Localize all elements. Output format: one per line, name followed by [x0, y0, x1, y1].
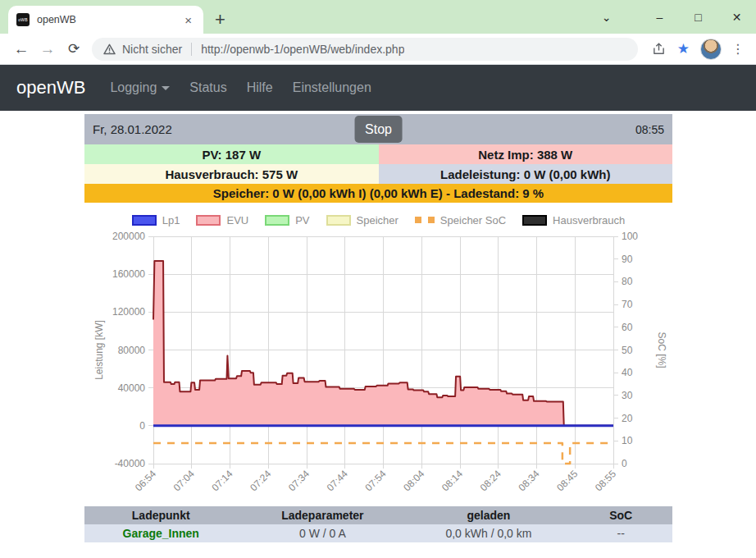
svg-text:08:45: 08:45: [554, 468, 580, 493]
svg-text:90: 90: [622, 254, 633, 265]
stop-button[interactable]: Stop: [354, 116, 403, 143]
svg-text:10: 10: [622, 435, 633, 446]
tab-search-chevron-icon[interactable]: ⌄: [587, 11, 626, 24]
svg-text:07:24: 07:24: [248, 468, 273, 493]
svg-text:07:34: 07:34: [286, 468, 312, 493]
nav-link-logging[interactable]: Logging: [103, 74, 176, 102]
status-cell: PV: 187 W: [84, 144, 379, 164]
legend-swatch: [196, 215, 221, 226]
table-cell: 0,0 kWh / 0,0 km: [408, 527, 569, 540]
legend-item-lp1[interactable]: Lp1: [132, 214, 180, 226]
legend-swatch: [522, 215, 547, 226]
svg-text:07:14: 07:14: [209, 468, 235, 493]
power-chart: 20000016000012000080000400000-4000010090…: [84, 231, 672, 501]
current-time: 08:55: [635, 123, 664, 136]
status-cell: Hausverbrauch: 575 W: [84, 164, 379, 184]
legend-item-pv[interactable]: PV: [265, 214, 309, 226]
svg-text:80: 80: [622, 276, 633, 287]
openwb-favicon: oWB: [16, 13, 30, 26]
forward-icon[interactable]: →: [34, 41, 61, 57]
nav-link-status[interactable]: Status: [183, 74, 233, 102]
table-cell: --: [570, 527, 672, 540]
tab-close-icon[interactable]: ×: [181, 12, 195, 28]
svg-text:07:04: 07:04: [171, 468, 197, 493]
not-secure-warning-icon[interactable]: [103, 43, 116, 55]
legend-label: Speicher SoC: [440, 214, 506, 226]
app-navbar: openWB LoggingStatusHilfeEinstellungen: [0, 65, 756, 111]
status-cell: Speicher: 0 W (0,00 kWh I) (0,00 kWh E) …: [84, 184, 672, 203]
nav-links: LoggingStatusHilfeEinstellungen: [100, 74, 380, 102]
svg-text:08:34: 08:34: [516, 468, 541, 493]
table-header-ladeparameter: Ladeparameter: [237, 509, 408, 522]
window-controls: ⌄ – □ ✕: [587, 0, 756, 34]
tab-title: openWB: [37, 14, 181, 25]
chargepoint-table: LadepunktLadeparametergeladenSoC Garage_…: [84, 506, 672, 542]
openwb-brand[interactable]: openWB: [16, 77, 85, 98]
legend-label: EVU: [226, 214, 248, 226]
date-bar: Fr, 28.01.2022 Stop 08:55: [84, 114, 672, 144]
svg-text:40: 40: [622, 367, 633, 378]
table-header-soc: SoC: [570, 509, 672, 522]
omnibox-divider: [191, 43, 192, 56]
browser-tab[interactable]: oWB openWB ×: [8, 6, 203, 34]
svg-text:08:04: 08:04: [401, 468, 426, 493]
nav-link-hilfe[interactable]: Hilfe: [240, 74, 280, 102]
legend-swatch: [326, 215, 351, 226]
legend-label: Hausverbrauch: [553, 214, 625, 226]
table-header-geladen: geladen: [408, 509, 569, 522]
svg-text:100: 100: [622, 231, 638, 242]
url-text: http://openwb-1/openWB/web/index.php: [201, 43, 404, 56]
status-row: Speicher: 0 W (0,00 kWh I) (0,00 kWh E) …: [84, 184, 672, 203]
legend-item-hausverbrauch[interactable]: Hausverbrauch: [522, 214, 625, 226]
back-icon[interactable]: ←: [8, 41, 34, 57]
svg-text:08:24: 08:24: [478, 468, 503, 493]
reload-icon[interactable]: ⟳: [61, 42, 87, 56]
chevron-down-icon: [162, 86, 170, 90]
legend-item-evu[interactable]: EVU: [196, 214, 248, 226]
table-header-ladepunkt: Ladepunkt: [84, 509, 237, 522]
legend-swatch: [265, 215, 289, 226]
bookmark-star-icon[interactable]: ★: [677, 40, 690, 57]
legend-swatch: [415, 217, 435, 223]
svg-text:07:54: 07:54: [362, 468, 388, 493]
table-cell: 0 W / 0 A: [237, 527, 408, 540]
svg-text:-40000: -40000: [115, 458, 146, 469]
new-tab-button[interactable]: +: [215, 11, 225, 29]
security-label: Nicht sicher: [122, 43, 182, 56]
close-icon[interactable]: ✕: [717, 11, 756, 24]
svg-text:06:54: 06:54: [133, 468, 158, 493]
share-icon[interactable]: [652, 43, 666, 56]
svg-text:60: 60: [622, 322, 633, 333]
svg-text:0: 0: [139, 420, 145, 432]
legend-label: Speicher: [357, 214, 398, 226]
minimize-icon[interactable]: –: [640, 11, 679, 24]
main-content: Fr, 28.01.2022 Stop 08:55 PV: 187 WNetz …: [0, 114, 756, 542]
svg-text:08:55: 08:55: [593, 468, 618, 493]
address-bar: ← → ⟳ Nicht sicher http://openwb-1/openW…: [0, 34, 756, 65]
svg-text:20: 20: [622, 413, 633, 424]
legend-swatch: [132, 215, 157, 226]
status-row: PV: 187 WNetz Imp: 388 W: [84, 144, 672, 164]
legend-item-speicher[interactable]: Speicher: [326, 214, 398, 226]
svg-text:08:14: 08:14: [439, 468, 465, 493]
browser-menu-icon[interactable]: ⋮: [731, 41, 745, 57]
status-cell: Netz Imp: 388 W: [379, 144, 673, 164]
svg-text:70: 70: [622, 299, 633, 310]
svg-text:160000: 160000: [112, 268, 145, 280]
url-omnibox[interactable]: Nicht sicher http://openwb-1/openWB/web/…: [92, 38, 638, 61]
svg-text:07:44: 07:44: [325, 468, 350, 493]
svg-text:Leistung [kW]: Leistung [kW]: [93, 320, 105, 380]
table-header-row: LadepunktLadeparametergeladenSoC: [84, 506, 672, 524]
svg-text:0: 0: [622, 458, 627, 469]
chargepoint-name[interactable]: Garage_Innen: [84, 527, 237, 540]
svg-text:120000: 120000: [112, 306, 145, 318]
legend-item-speicher-soc[interactable]: Speicher SoC: [415, 214, 506, 226]
legend-label: PV: [295, 214, 309, 226]
profile-avatar[interactable]: [700, 39, 722, 60]
chart-block: Lp1EVUPVSpeicherSpeicher SoCHausverbrauc…: [84, 209, 672, 505]
maximize-icon[interactable]: □: [679, 11, 717, 24]
nav-link-einstellungen[interactable]: Einstellungen: [286, 74, 378, 102]
status-row: Hausverbrauch: 575 WLadeleistung: 0 W (0…: [84, 164, 672, 184]
tab-strip: oWB openWB × + ⌄ – □ ✕: [0, 0, 756, 34]
current-date: Fr, 28.01.2022: [93, 122, 172, 136]
